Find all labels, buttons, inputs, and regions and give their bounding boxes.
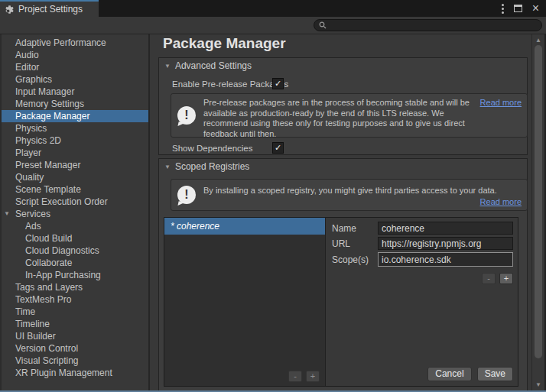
show-dependencies-label: Show Dependencies xyxy=(172,144,253,153)
section-header-label: Scoped Registries xyxy=(175,161,249,172)
scoped-registries-foldout[interactable]: ▼ Scoped Registries xyxy=(159,159,527,174)
settings-nav: Adaptive PerformanceAudioEditorGraphicsI… xyxy=(0,34,150,390)
sidebar-item-player[interactable]: Player xyxy=(2,147,148,159)
scope-add-button[interactable]: + xyxy=(499,273,513,284)
scope-remove-button[interactable]: - xyxy=(482,273,496,284)
enable-prerelease-label: Enable Pre-release Packages xyxy=(172,79,288,89)
sidebar-item-label: Adaptive Performance xyxy=(15,37,106,48)
url-label: URL xyxy=(332,238,378,249)
advanced-settings-foldout[interactable]: ▼ Advanced Settings xyxy=(159,58,527,73)
info-icon: ! xyxy=(177,106,196,125)
sidebar-item-textmesh-pro[interactable]: TextMesh Pro xyxy=(2,293,148,306)
sidebar-item-label: Services xyxy=(15,209,50,219)
name-input[interactable] xyxy=(378,222,513,235)
sidebar-item-label: Scene Template xyxy=(15,184,81,195)
registry-list: * coherence xyxy=(164,218,326,386)
sidebar-item-label: Memory Settings xyxy=(15,99,84,109)
scope-s-input[interactable] xyxy=(378,252,513,267)
sidebar-item-input-manager[interactable]: Input Manager xyxy=(2,86,148,98)
scroll-down-icon[interactable]: ▼ xyxy=(532,381,544,388)
page-title: Package Manager xyxy=(163,35,286,52)
search-field[interactable] xyxy=(314,19,542,31)
name-label: Name xyxy=(332,223,378,234)
scoped-registries-section: ▼ Scoped Registries ! By installing a sc… xyxy=(158,158,528,392)
sidebar-item-audio[interactable]: Audio xyxy=(2,49,148,61)
foldout-down-icon: ▼ xyxy=(164,164,171,170)
sidebar-item-label: Cloud Build xyxy=(25,233,72,244)
scroll-up-icon[interactable]: ▲ xyxy=(532,37,544,44)
close-icon[interactable]: × xyxy=(532,2,539,15)
show-dependencies-checkbox[interactable]: ✓ xyxy=(272,142,284,154)
maximize-icon[interactable] xyxy=(514,5,522,12)
sidebar-item-ui-builder[interactable]: UI Builder xyxy=(2,330,148,342)
sidebar-item-cloud-build[interactable]: Cloud Build xyxy=(2,232,148,245)
sidebar-item-version-control[interactable]: Version Control xyxy=(2,342,148,355)
save-button[interactable]: Save xyxy=(477,367,513,381)
registries-panel: * coherence - + NameURLScope(s) - + Canc… xyxy=(164,217,518,387)
sidebar-item-editor[interactable]: Editor xyxy=(2,61,148,73)
sidebar-item-label: Tags and Layers xyxy=(15,282,83,293)
sidebar-item-physics[interactable]: Physics xyxy=(2,122,148,134)
sidebar-item-label: Physics 2D xyxy=(15,135,61,146)
toolbar xyxy=(0,17,546,34)
sidebar-item-package-manager[interactable]: Package Manager xyxy=(2,110,148,122)
sidebar-item-label: Cloud Diagnostics xyxy=(25,245,99,256)
sidebar-item-label: Physics xyxy=(15,123,47,134)
sidebar-item-label: Time xyxy=(15,306,35,317)
registry-remove-button[interactable]: - xyxy=(288,371,302,382)
sidebar-item-services[interactable]: ▼Services xyxy=(2,208,148,220)
sidebar-item-label: Preset Manager xyxy=(15,160,80,170)
sidebar-item-preset-manager[interactable]: Preset Manager xyxy=(2,159,148,171)
gear-icon xyxy=(5,5,15,15)
scrollbar-thumb[interactable] xyxy=(535,45,542,358)
sidebar-item-label: XR Plugin Management xyxy=(15,368,112,378)
sidebar-item-cloud-diagnostics[interactable]: Cloud Diagnostics xyxy=(2,245,148,257)
scope-s-label: Scope(s) xyxy=(332,254,378,265)
search-icon xyxy=(319,21,327,29)
sidebar-item-label: Timeline xyxy=(15,319,50,329)
tab-project-settings[interactable]: Project Settings xyxy=(0,0,99,17)
sidebar-item-label: Ads xyxy=(25,221,41,232)
sidebar-item-collaborate[interactable]: Collaborate xyxy=(2,257,148,269)
sidebar-item-timeline[interactable]: Timeline xyxy=(2,318,148,330)
sidebar-item-scene-template[interactable]: Scene Template xyxy=(2,183,148,196)
sidebar-item-label: Player xyxy=(15,147,41,158)
sidebar-item-label: In-App Purchasing xyxy=(25,270,101,280)
url-input[interactable] xyxy=(378,237,513,250)
sidebar-item-physics-2d[interactable]: Physics 2D xyxy=(2,134,148,147)
prerelease-info-box: ! Pre-release packages are in the proces… xyxy=(171,93,528,138)
sidebar-item-tags-and-layers[interactable]: Tags and Layers xyxy=(2,281,148,293)
scoped-registry-info-text: By installing a scoped registry, you mig… xyxy=(202,180,497,210)
sidebar-item-quality[interactable]: Quality xyxy=(2,171,148,183)
sidebar-item-graphics[interactable]: Graphics xyxy=(2,73,148,86)
sidebar-item-label: Visual Scripting xyxy=(15,355,79,366)
registry-list-item[interactable]: * coherence xyxy=(164,218,325,235)
cancel-button[interactable]: Cancel xyxy=(427,367,471,381)
search-input[interactable] xyxy=(330,21,537,30)
sidebar-item-label: Package Manager xyxy=(15,111,89,121)
window-menu-icon[interactable] xyxy=(502,4,504,14)
advanced-settings-section: ▼ Advanced Settings Enable Pre-release P… xyxy=(158,57,528,155)
registry-form: NameURLScope(s) - + Cancel Save xyxy=(327,218,518,386)
sidebar-item-in-app-purchasing[interactable]: In-App Purchasing xyxy=(2,269,148,281)
registry-form-fields: NameURLScope(s) xyxy=(327,218,518,267)
enable-prerelease-checkbox[interactable]: ✓ xyxy=(272,78,284,89)
foldout-down-icon[interactable]: ▼ xyxy=(4,208,10,220)
read-more-link[interactable]: Read more xyxy=(480,197,522,206)
sidebar-item-visual-scripting[interactable]: Visual Scripting xyxy=(2,355,148,367)
sidebar-item-label: TextMesh Pro xyxy=(15,294,71,305)
vertical-scrollbar[interactable]: ▲ ▼ xyxy=(531,34,546,390)
sidebar-item-ads[interactable]: Ads xyxy=(2,220,148,232)
sidebar-item-script-execution-order[interactable]: Script Execution Order xyxy=(2,196,148,208)
sidebar-item-adaptive-performance[interactable]: Adaptive Performance xyxy=(2,37,148,49)
read-more-link[interactable]: Read more xyxy=(480,98,522,107)
sidebar-item-memory-settings[interactable]: Memory Settings xyxy=(2,98,148,110)
sidebar-item-label: Version Control xyxy=(15,343,78,354)
titlebar: Project Settings × xyxy=(0,0,546,17)
registry-add-button[interactable]: + xyxy=(306,371,320,382)
tab-label: Project Settings xyxy=(18,4,83,15)
sidebar-item-label: Editor xyxy=(15,62,39,73)
sidebar-item-label: UI Builder xyxy=(15,331,56,342)
sidebar-item-xr-plugin-management[interactable]: XR Plugin Management xyxy=(2,367,148,379)
sidebar-item-time[interactable]: Time xyxy=(2,306,148,318)
